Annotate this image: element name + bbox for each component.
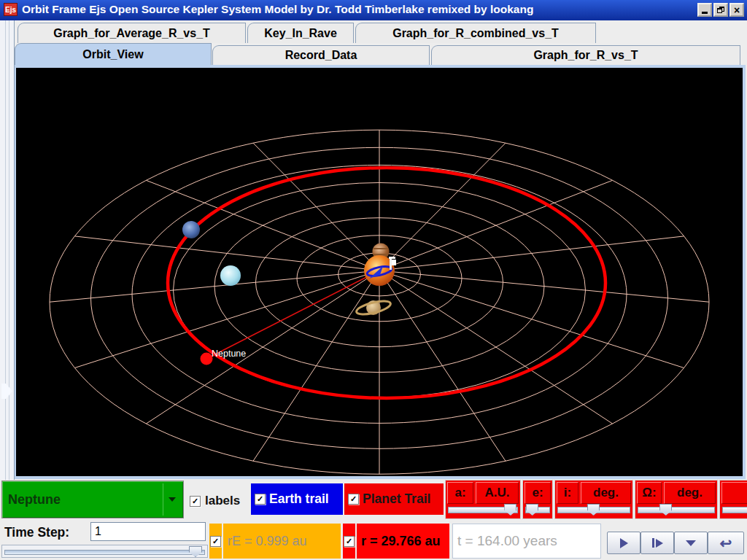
tab-record-data[interactable]: Record_Data: [212, 45, 430, 65]
slider-thumb[interactable]: [587, 504, 600, 516]
omega-cap-unit-label: deg.: [664, 482, 716, 504]
divider-line: [5, 20, 6, 480]
r-readout: r = 29.766 au: [357, 524, 449, 559]
title-bar: Ejs Orbit Frame Ejs Open Source Kepler S…: [0, 0, 747, 20]
chevron-down-icon: [686, 540, 696, 546]
reset-button[interactable]: ↩: [708, 532, 744, 554]
i-label: i:: [557, 482, 578, 504]
e-label: e:: [525, 482, 551, 504]
orbit-view-frame: Neptune: [15, 65, 746, 479]
tab-graph-for-r-vs-t[interactable]: Graph_for_R_vs_T: [431, 45, 740, 65]
dropdown-arrow-button[interactable]: [163, 483, 181, 516]
tab-key-in-rave[interactable]: Key_In_Rave: [247, 23, 354, 43]
a-unit-label: A.U.: [476, 482, 519, 504]
planet-trail-checkbox[interactable]: ✓ Planet Trail: [344, 483, 444, 515]
app-icon[interactable]: Ejs: [4, 3, 18, 16]
slider-thumb[interactable]: [526, 504, 538, 516]
close-icon: ×: [734, 6, 740, 15]
chevron-down-icon: [169, 497, 176, 502]
window-title: Orbit Frame Ejs Open Source Kepler Syste…: [22, 3, 533, 16]
close-button[interactable]: ×: [729, 3, 744, 17]
perihelion-argument-panel: ω:: [719, 480, 747, 519]
a-label: a:: [447, 482, 473, 504]
eccentricity-panel: e:: [522, 480, 553, 519]
a-slider[interactable]: [448, 504, 518, 516]
orbit-3d-view[interactable]: Neptune: [16, 68, 743, 476]
earth-trail-checkbox[interactable]: ✓ Earth trail: [251, 483, 343, 515]
slider-thumb[interactable]: [504, 504, 516, 516]
application-window: Ejs Orbit Frame Ejs Open Source Kepler S…: [0, 0, 747, 560]
neptune-marker[interactable]: [201, 353, 213, 365]
rE-readout: rE = 0.999 au: [223, 524, 341, 559]
neptune-sphere: [182, 221, 200, 238]
restore-icon: [717, 7, 724, 13]
slider-thumb[interactable]: [659, 504, 672, 516]
rE-checkbox[interactable]: ✓: [209, 524, 222, 559]
omega-slider[interactable]: [722, 504, 747, 516]
split-pane-divider[interactable]: [0, 20, 15, 480]
slider-thumb[interactable]: [189, 546, 202, 557]
time-step-input[interactable]: [90, 522, 206, 541]
checkbox-icon: ✓: [344, 536, 355, 547]
time-step-slider[interactable]: [1, 545, 208, 558]
labels-checkbox-label: labels: [205, 494, 240, 508]
reset-icon: ↩: [720, 536, 732, 551]
planet-select-dropdown[interactable]: Neptune: [1, 481, 184, 518]
checkbox-icon: ✓: [348, 494, 359, 505]
split-pane-arrow-icon[interactable]: [1, 384, 12, 399]
step-forward-icon: [652, 538, 663, 548]
inclination-panel: i: deg.: [554, 480, 633, 519]
restore-button[interactable]: [713, 3, 728, 17]
play-button[interactable]: [607, 532, 640, 554]
play-icon: [620, 538, 628, 548]
semimajor-axis-panel: a: A.U.: [445, 480, 521, 519]
planet-select-value: Neptune: [8, 481, 61, 518]
ascending-node-panel: Ω: deg.: [635, 480, 718, 519]
neptune-marker-label: Neptune: [212, 349, 246, 359]
uranus-sphere: [220, 265, 241, 286]
step-forward-button[interactable]: [640, 532, 674, 554]
i-unit-label: deg.: [581, 482, 631, 504]
options-dropdown-button[interactable]: [674, 532, 708, 554]
earth-trail-label: Earth trail: [269, 491, 329, 507]
checkbox-icon: ✓: [255, 494, 266, 505]
r-checkbox[interactable]: ✓: [343, 524, 355, 559]
slider-track[interactable]: [638, 507, 715, 513]
tab-row-top: Graph_for_Average_R_vs_T Key_In_Rave Gra…: [0, 20, 747, 43]
time-step-label: Time Step:: [4, 522, 69, 542]
divider-line: [9, 20, 9, 480]
time-readout: t = 164.00 years: [452, 524, 601, 559]
tab-graph-for-r-combined-vs-t[interactable]: Graph_for_R_combined_vs_T: [355, 23, 596, 43]
tab-graph-for-average-r-vs-t[interactable]: Graph_for_Average_R_vs_T: [18, 23, 246, 43]
omega-cap-slider[interactable]: [638, 504, 715, 516]
labels-checkbox[interactable]: ✓ labels: [190, 490, 240, 512]
tab-orbit-view[interactable]: Orbit_View: [15, 43, 212, 65]
omega-cap-label: Ω:: [637, 482, 662, 504]
minimize-icon: [702, 12, 708, 14]
e-slider[interactable]: [525, 504, 550, 516]
checkbox-icon: ✓: [210, 536, 221, 547]
i-slider[interactable]: [557, 504, 630, 516]
tab-row-bottom: Orbit_View Record_Data Graph_for_R_vs_T: [0, 43, 747, 65]
slider-track[interactable]: [722, 507, 747, 513]
saturn-sphere: [355, 298, 392, 316]
slider-track[interactable]: [4, 550, 205, 555]
window-controls: ×: [697, 3, 744, 17]
minimize-button[interactable]: [697, 3, 712, 17]
planet-trail-label: Planet Trail: [363, 491, 430, 507]
checkbox-icon: ✓: [190, 496, 201, 507]
omega-label: ω:: [721, 482, 747, 504]
